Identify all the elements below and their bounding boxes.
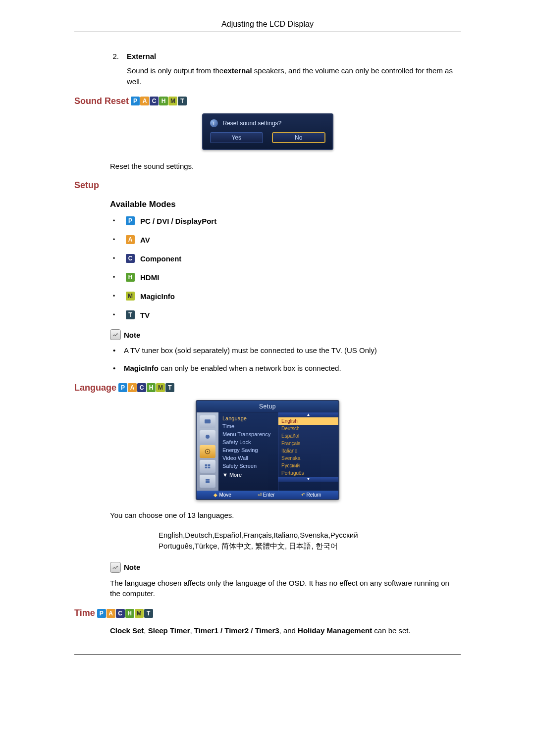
mode-item-av: A AV <box>113 235 461 244</box>
section-time-desc: Clock Set, Sleep Timer, Timer1 / Timer2 … <box>110 625 461 636</box>
mode-item-pc: P PC / DVI / DisplayPort <box>113 216 461 225</box>
time-desc: Clock Set, Sleep Timer, Timer1 / Timer2 … <box>110 625 461 636</box>
svg-rect-7 <box>208 466 211 468</box>
dialog-yes-button[interactable]: Yes <box>210 132 264 143</box>
c-icon: C <box>126 254 135 263</box>
svg-rect-5 <box>208 464 211 466</box>
osd-title: Setup <box>197 401 338 412</box>
mode-label: TV <box>140 311 150 319</box>
scroll-down-icon[interactable]: ▼ <box>278 477 338 482</box>
note-icon <box>110 329 121 340</box>
p-icon: P <box>118 383 127 392</box>
p-icon: P <box>97 609 106 618</box>
heading-text: Language <box>74 383 116 393</box>
text-fragment: Reset the sound settings. <box>110 161 461 172</box>
osd-lang-english[interactable]: English <box>278 417 338 425</box>
osd-lang-francais[interactable]: Français <box>278 440 338 447</box>
text-bold: Timer1 / Timer2 / Timer3 <box>194 626 279 635</box>
reset-dialog: i Reset sound settings? Yes No <box>202 113 333 150</box>
osd-sidebar <box>197 412 218 491</box>
osd-item-language[interactable]: Language <box>222 415 274 421</box>
language-list-line1: English,Deutsch,Español,Français,Italian… <box>159 530 461 541</box>
note-bullets: A TV tuner box (sold separately) must be… <box>113 345 461 374</box>
osd-item-video-wall[interactable]: Video Wall <box>222 455 274 461</box>
osd-tab-picture-icon[interactable] <box>200 415 215 428</box>
a-icon: A <box>107 609 115 618</box>
osd-item-menu-transparency[interactable]: Menu Transparency <box>222 431 274 437</box>
svg-rect-0 <box>205 419 211 423</box>
osd-menu-list: Language Time Menu Transparency Safety L… <box>218 412 278 491</box>
text-fragment: Move <box>219 492 231 498</box>
osd-lang-portugues[interactable]: Português <box>278 469 338 477</box>
osd-hint-return: ↶Return <box>301 492 321 498</box>
text-bold-external: external <box>223 66 252 75</box>
osd-hint-enter: ⏎Enter <box>258 492 275 498</box>
c-icon: C <box>150 97 159 105</box>
section-external: 2. External Sound is only output from th… <box>110 52 461 87</box>
heading-text: Time <box>74 608 95 618</box>
h-icon: H <box>126 273 135 282</box>
text-fragment: , <box>190 626 194 635</box>
language-list: English,Deutsch,Español,Français,Italian… <box>159 530 461 552</box>
osd-lang-russian[interactable]: Русский <box>278 462 338 469</box>
text-fragment: A TV tuner box (sold separately) must be… <box>124 345 377 356</box>
available-modes-heading: Available Modes <box>110 200 461 209</box>
t-icon: T <box>165 383 174 392</box>
svg-point-1 <box>206 435 210 439</box>
mode-item-component: C Component <box>113 254 461 263</box>
section-language-desc: You can choose one of 13 languages. <box>110 510 461 521</box>
info-icon: i <box>210 119 218 127</box>
note-icon <box>110 562 121 573</box>
t-icon: T <box>178 97 187 105</box>
t-icon: T <box>144 609 153 618</box>
mode-label: Component <box>140 254 181 263</box>
mode-label: HDMI <box>140 273 159 282</box>
osd-tab-setup-icon[interactable] <box>200 445 215 458</box>
footer-rule <box>74 654 461 655</box>
note-label: Note <box>124 331 140 339</box>
osd-tab-sound-icon[interactable] <box>200 430 215 443</box>
svg-rect-4 <box>205 464 208 466</box>
osd-item-energy-saving[interactable]: Energy Saving <box>222 447 274 453</box>
osd-lang-svenska[interactable]: Svenska <box>278 454 338 462</box>
osd-item-safety-screen[interactable]: Safety Screen <box>222 463 274 469</box>
text-bold: Sleep Timer <box>148 626 190 635</box>
osd-lang-deutsch[interactable]: Deutsch <box>278 425 338 432</box>
osd-setup-panel: Setup Language Time Menu Transparency Sa… <box>196 400 339 500</box>
mode-item-tv: T TV <box>113 310 461 319</box>
h-icon: H <box>147 383 156 392</box>
dialog-no-button[interactable]: No <box>272 132 325 143</box>
p-icon: P <box>126 216 135 225</box>
osd-lang-italiano[interactable]: Italiano <box>278 447 338 454</box>
osd-hint-move: ◆Move <box>214 492 231 498</box>
m-icon: M <box>156 383 165 392</box>
osd-item-safety-lock[interactable]: Safety Lock <box>222 439 274 445</box>
note-block: Note <box>110 562 461 573</box>
section-available-modes: Available Modes P PC / DVI / DisplayPort… <box>110 200 461 374</box>
m-icon: M <box>126 292 135 301</box>
h-icon: H <box>125 609 134 618</box>
osd-tab-info-icon[interactable] <box>200 475 215 488</box>
text-bold: Holiday Management <box>298 626 372 635</box>
list-label-external: External <box>127 52 156 60</box>
osd-item-more[interactable]: ▼ More <box>222 472 274 478</box>
text-fragment: , <box>144 626 148 635</box>
m-icon: M <box>135 609 144 618</box>
text-fragment: Return <box>307 492 321 498</box>
svg-point-3 <box>207 451 209 452</box>
note-bullet-tv: A TV tuner box (sold separately) must be… <box>113 345 461 356</box>
osd-tab-multi-icon[interactable] <box>200 460 215 473</box>
language-desc: You can choose one of 13 languages. <box>110 510 461 521</box>
a-icon: A <box>126 235 135 244</box>
osd-language-options: ▲ English Deutsch Español Français Itali… <box>278 412 338 491</box>
osd-item-time[interactable]: Time <box>222 423 274 429</box>
mode-label: AV <box>140 236 150 244</box>
text-fragment: Sound is only output from the <box>127 66 223 75</box>
mode-icons-strip: P A C H M T <box>131 97 187 105</box>
text-fragment: , and <box>279 626 298 635</box>
osd-lang-espanol[interactable]: Español <box>278 432 338 440</box>
note-text: The language chosen affects only the lan… <box>110 578 461 600</box>
note-block: Note <box>110 329 461 340</box>
h-icon: H <box>159 97 168 105</box>
scroll-up-icon[interactable]: ▲ <box>278 412 338 417</box>
